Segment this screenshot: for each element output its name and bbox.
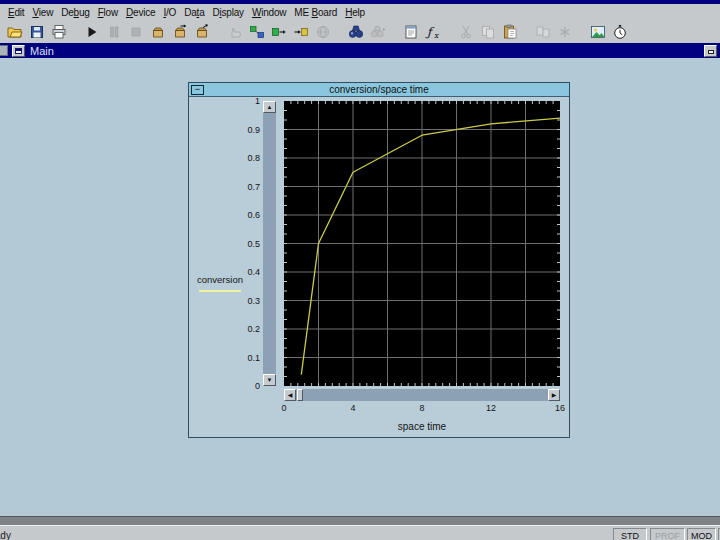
toolbar-group (81, 22, 213, 42)
status-panel-prof: PROF (650, 528, 685, 540)
menu-edit[interactable]: Edit (4, 6, 28, 19)
x-tick-label: 0 (274, 403, 294, 413)
run-icon (84, 24, 100, 40)
scroll-down-icon[interactable]: ▼ (263, 374, 276, 386)
block-arrow-out-icon (271, 24, 287, 40)
toolbar-group (587, 22, 631, 42)
find-button[interactable] (346, 22, 366, 42)
toolbar-separator (576, 31, 587, 32)
find-next-button[interactable] (368, 22, 388, 42)
scroll-right-icon[interactable]: ▶ (548, 389, 560, 401)
open-folder-button[interactable] (5, 22, 25, 42)
find-next-icon (370, 24, 386, 40)
toolbar-separator (334, 31, 345, 32)
scroll-left-icon[interactable]: ◀ (284, 389, 296, 401)
toolbar-separator (521, 31, 532, 32)
globe-icon (315, 24, 331, 40)
menu-device[interactable]: Device (122, 6, 159, 19)
run-button[interactable] (82, 22, 102, 42)
plot-window-titlebar[interactable]: conversion/space time (189, 83, 569, 97)
pause-icon (106, 24, 122, 40)
paste-button[interactable] (500, 22, 520, 42)
cut-icon (458, 24, 474, 40)
function-icon: ƒx (425, 24, 441, 40)
y-tick-label: 0.9 (230, 125, 260, 135)
function-button[interactable]: ƒx (423, 22, 443, 42)
y-tick-label: 1 (230, 96, 260, 106)
block-arrow-in-button[interactable] (291, 22, 311, 42)
toolbar-group (345, 22, 389, 42)
properties-button[interactable] (401, 22, 421, 42)
hand-button[interactable] (225, 22, 245, 42)
plot-window[interactable]: conversion/space time − conversion 00.10… (188, 82, 570, 438)
status-panel-mod: MOD (687, 528, 716, 540)
x-tick-label: 8 (412, 403, 432, 413)
toolbar-group (224, 22, 334, 42)
save-icon (29, 24, 45, 40)
toolbar-group: ƒx (400, 22, 444, 42)
step-over-button[interactable] (170, 22, 190, 42)
step-out-icon (194, 24, 210, 40)
step-into-icon (150, 24, 166, 40)
cut-button[interactable] (456, 22, 476, 42)
menu-display[interactable]: Display (209, 6, 248, 19)
pause-button[interactable] (104, 22, 124, 42)
menu-bar: EditViewDebugFlowDeviceI/ODataDisplayWin… (0, 4, 720, 20)
restore-window-icon[interactable] (12, 45, 25, 57)
find-icon (348, 24, 364, 40)
print-button[interactable] (49, 22, 69, 42)
menu-help[interactable]: Help (341, 6, 369, 19)
status-panel-std: STD (613, 528, 647, 540)
status-message: Ready (0, 530, 11, 540)
toolbar-separator (444, 31, 455, 32)
menu-debug[interactable]: Debug (57, 6, 94, 19)
chart-plot-area[interactable] (284, 101, 560, 386)
duplicate-icon (535, 24, 551, 40)
bottom-divider-band (0, 516, 720, 526)
y-tick-label: 0.2 (230, 324, 260, 334)
horizontal-scrollbar[interactable]: ◀ ▶ (284, 389, 560, 401)
display-button[interactable] (588, 22, 608, 42)
properties-icon (403, 24, 419, 40)
y-tick-label: 0.1 (230, 353, 260, 363)
y-tick-label: 0.3 (230, 296, 260, 306)
plot-window-title: conversion/space time (329, 84, 429, 95)
copy-icon (480, 24, 496, 40)
scroll-up-icon[interactable]: ▲ (263, 101, 276, 113)
paste-icon (502, 24, 518, 40)
y-tick-label: 0.6 (230, 210, 260, 220)
svg-text:x: x (434, 30, 439, 39)
vertical-scrollbar[interactable]: ▲ ▼ (263, 101, 276, 386)
display-icon (590, 24, 606, 40)
save-button[interactable] (27, 22, 47, 42)
breakpoints-button[interactable] (555, 22, 575, 42)
menu-me-board[interactable]: ME Board (290, 6, 341, 19)
main-window-titlebar[interactable] (0, 43, 720, 58)
breakpoints-icon (557, 24, 573, 40)
horizontal-scrollbar-thumb[interactable] (297, 389, 303, 401)
main-window-title: Main (30, 45, 54, 57)
step-out-button[interactable] (192, 22, 212, 42)
menu-window[interactable]: Window (248, 6, 290, 19)
menu-view[interactable]: View (28, 6, 57, 19)
step-into-button[interactable] (148, 22, 168, 42)
menu-data[interactable]: Data (180, 6, 208, 19)
minimize-window-button[interactable] (704, 45, 717, 57)
y-tick-label: 0.5 (230, 239, 260, 249)
block-arrow-out-button[interactable] (269, 22, 289, 42)
y-tick-label: 0.8 (230, 153, 260, 163)
block-arrow-in-icon (293, 24, 309, 40)
globe-button[interactable] (313, 22, 333, 42)
copy-button[interactable] (478, 22, 498, 42)
menu-flow[interactable]: Flow (94, 6, 122, 19)
plot-minimize-button[interactable]: − (191, 85, 204, 95)
system-menu-icon[interactable] (0, 45, 8, 56)
toolbar-separator (213, 31, 224, 32)
status-bar: Ready STDPROFMOD (0, 526, 720, 540)
timer-button[interactable] (610, 22, 630, 42)
duplicate-button[interactable] (533, 22, 553, 42)
x-tick-label: 4 (343, 403, 363, 413)
blocks-button[interactable] (247, 22, 267, 42)
menu-i-o[interactable]: I/O (159, 6, 180, 19)
stop-button[interactable] (126, 22, 146, 42)
